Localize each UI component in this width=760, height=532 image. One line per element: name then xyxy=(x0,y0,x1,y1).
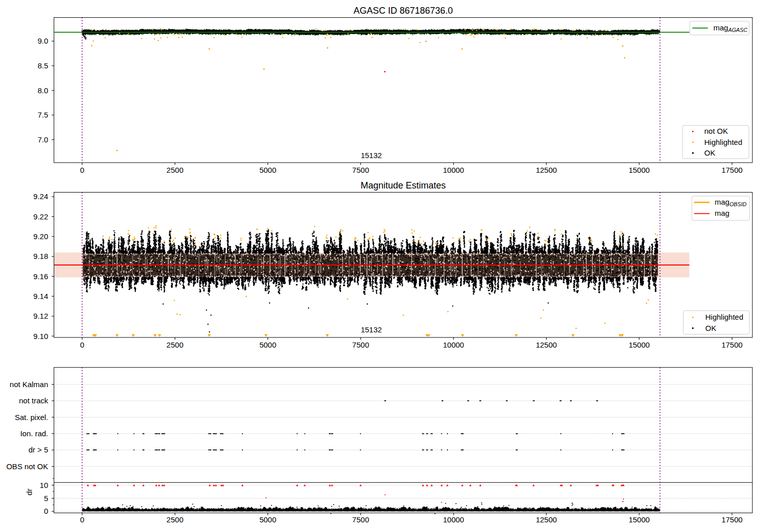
svg-text:9.24: 9.24 xyxy=(33,192,48,201)
svg-text:9.16: 9.16 xyxy=(33,272,48,281)
svg-text:9.18: 9.18 xyxy=(33,252,48,260)
svg-text:10000: 10000 xyxy=(443,166,464,174)
svg-text:Highlighted: Highlighted xyxy=(704,138,742,146)
svg-text:not Kalman: not Kalman xyxy=(10,380,48,389)
svg-text:10000: 10000 xyxy=(443,340,464,349)
svg-text:7.5: 7.5 xyxy=(37,110,48,119)
svg-text:Sat. pixel.: Sat. pixel. xyxy=(15,413,48,422)
svg-text:15132: 15132 xyxy=(361,325,382,334)
svg-text:not track: not track xyxy=(19,396,48,405)
svg-text:9.22: 9.22 xyxy=(33,212,48,221)
svg-text:5000: 5000 xyxy=(259,340,276,349)
svg-text:9.14: 9.14 xyxy=(33,292,48,300)
svg-text:9.10: 9.10 xyxy=(33,332,48,340)
svg-text:15000: 15000 xyxy=(629,515,650,524)
svg-text:17500: 17500 xyxy=(721,166,743,174)
svg-text:7500: 7500 xyxy=(352,515,369,524)
svg-text:12500: 12500 xyxy=(536,340,557,349)
svg-text:AGASC ID 867186736.0: AGASC ID 867186736.0 xyxy=(354,6,453,16)
svg-text:Highlighted: Highlighted xyxy=(705,313,743,321)
svg-text:5000: 5000 xyxy=(259,515,276,524)
svg-text:2500: 2500 xyxy=(167,166,183,174)
svg-text:5: 5 xyxy=(44,494,48,503)
svg-text:not OK: not OK xyxy=(704,127,728,135)
svg-text:0: 0 xyxy=(80,340,84,349)
svg-text:9.12: 9.12 xyxy=(33,312,48,320)
svg-text:15000: 15000 xyxy=(629,340,650,349)
svg-text:7.0: 7.0 xyxy=(37,135,48,144)
svg-text:OK: OK xyxy=(704,148,715,157)
svg-text:mag: mag xyxy=(715,209,730,217)
svg-text:7500: 7500 xyxy=(352,340,369,349)
svg-text:17500: 17500 xyxy=(721,340,743,349)
svg-text:OK: OK xyxy=(705,324,716,332)
svg-text:12500: 12500 xyxy=(536,515,557,524)
svg-text:5000: 5000 xyxy=(259,166,276,174)
svg-text:15132: 15132 xyxy=(361,151,382,160)
svg-text:8.0: 8.0 xyxy=(37,86,48,95)
svg-text:0: 0 xyxy=(80,515,84,524)
svg-text:9.0: 9.0 xyxy=(37,36,48,45)
svg-text:OBS not OK: OBS not OK xyxy=(6,462,48,471)
svg-text:2500: 2500 xyxy=(167,515,183,524)
svg-text:8.5: 8.5 xyxy=(37,61,48,70)
svg-text:9.20: 9.20 xyxy=(33,232,48,241)
svg-text:7500: 7500 xyxy=(352,166,369,174)
svg-text:17500: 17500 xyxy=(721,515,743,524)
svg-text:15000: 15000 xyxy=(629,166,650,174)
svg-text:dr > 5: dr > 5 xyxy=(28,445,48,454)
svg-text:Magnitude Estimates: Magnitude Estimates xyxy=(361,180,446,191)
svg-text:10000: 10000 xyxy=(443,515,464,524)
svg-text:10: 10 xyxy=(40,481,48,489)
svg-text:0: 0 xyxy=(80,166,84,174)
svg-text:2500: 2500 xyxy=(167,340,183,349)
svg-text:12500: 12500 xyxy=(536,166,557,174)
svg-text:0: 0 xyxy=(44,507,48,515)
svg-text:Ion. rad.: Ion. rad. xyxy=(20,429,48,438)
svg-text:dr: dr xyxy=(25,488,33,495)
